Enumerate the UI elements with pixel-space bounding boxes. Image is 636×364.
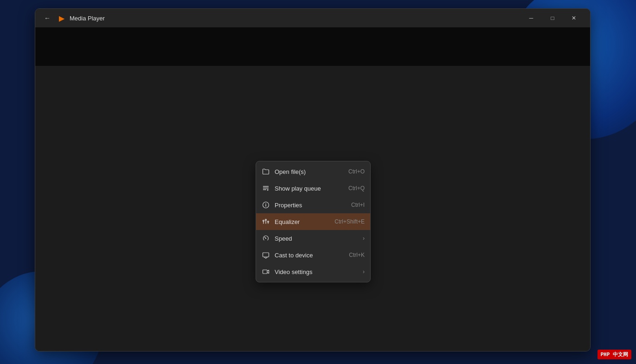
speed-arrow-icon: › [363,235,365,242]
svg-point-14 [265,238,266,239]
equalizer-label: Equalizer [275,218,330,225]
cast-to-device-label: Cast to device [275,252,344,259]
menu-item-speed[interactable]: Speed › [256,230,370,247]
speed-label: Speed [275,235,352,242]
equalizer-icon [262,217,270,226]
menu-item-properties[interactable]: Properties Ctrl+I [256,197,370,213]
svg-point-6 [265,203,266,204]
cast-to-device-shortcut: Ctrl+K [349,252,365,258]
open-files-shortcut: Ctrl+O [348,168,365,175]
show-play-queue-shortcut: Ctrl+Q [348,185,365,192]
equalizer-shortcut: Ctrl+Shift+E [334,218,365,225]
app-window: ← ▶ Media Player ─ □ ✕ Open file(s) Ctrl… [35,8,591,351]
properties-shortcut: Ctrl+I [351,202,365,208]
cast-icon [262,251,270,259]
open-files-label: Open file(s) [275,168,344,175]
info-icon [262,201,270,209]
title-bar: ← ▶ Media Player ─ □ ✕ [35,9,590,27]
show-play-queue-label: Show play queue [275,185,344,192]
speed-icon [262,234,270,243]
svg-marker-3 [267,189,269,191]
minimize-button[interactable]: ─ [520,9,542,27]
menu-item-cast-to-device[interactable]: Cast to device Ctrl+K [256,247,370,263]
back-button[interactable]: ← [41,12,54,25]
menu-item-open-files[interactable]: Open file(s) Ctrl+O [256,163,370,180]
php-watermark: PHP 中文网 [597,350,632,359]
main-content: Open file(s) Ctrl+O Show play queue Ctrl… [35,66,590,351]
title-bar-left: ← ▶ Media Player [41,12,520,25]
close-button[interactable]: ✕ [563,9,585,27]
properties-label: Properties [275,202,347,209]
context-menu: Open file(s) Ctrl+O Show play queue Ctrl… [256,161,371,282]
video-icon [262,268,270,276]
menu-item-video-settings[interactable]: Video settings › [256,263,370,280]
svg-rect-16 [263,270,268,274]
queue-icon [262,184,270,192]
video-settings-arrow-icon: › [363,268,365,275]
title-bar-controls: ─ □ ✕ [520,9,585,27]
folder-icon [262,167,270,176]
menu-item-equalizer[interactable]: Equalizer Ctrl+Shift+E [256,213,370,230]
media-top-bar [35,27,590,66]
video-settings-label: Video settings [275,268,352,275]
maximize-button[interactable]: □ [542,9,563,27]
app-icon: ▶ [58,14,66,22]
svg-rect-15 [263,253,269,257]
menu-item-show-play-queue[interactable]: Show play queue Ctrl+Q [256,180,370,197]
window-title: Media Player [70,15,105,22]
